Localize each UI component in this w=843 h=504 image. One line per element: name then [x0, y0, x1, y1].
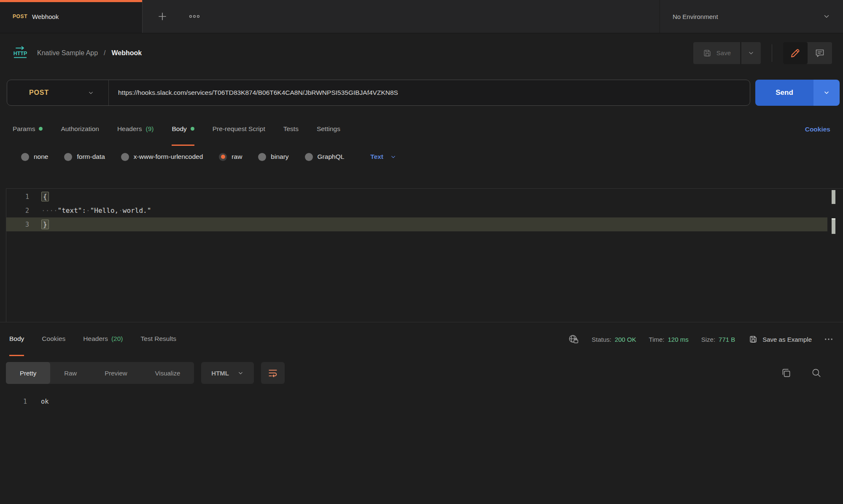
save-as-example-label: Save as Example — [762, 336, 812, 343]
environment-selector[interactable]: No Environment — [660, 0, 843, 33]
view-visualize[interactable]: Visualize — [141, 362, 194, 384]
tab-pre-request-label: Pre-request Script — [213, 125, 265, 133]
radio-none[interactable] — [21, 153, 29, 161]
tab-tests-label: Tests — [283, 125, 299, 133]
line-number: 1 — [6, 193, 29, 201]
breadcrumb-collection[interactable]: Knative Sample App — [37, 49, 98, 57]
tab-authorization[interactable]: Authorization — [61, 113, 99, 146]
body-indicator-dot — [191, 127, 194, 131]
time-group: Time: 120 ms — [649, 336, 689, 343]
cookies-link[interactable]: Cookies — [805, 113, 830, 146]
response-body[interactable]: 1 ok — [0, 390, 843, 504]
response-headers-count: (20) — [111, 335, 123, 343]
radio-graphql[interactable] — [305, 153, 313, 161]
response-tab-body-label: Body — [9, 335, 24, 343]
save-as-example-button[interactable]: Save as Example — [749, 335, 812, 344]
size-label: Size: — [701, 336, 715, 343]
response-tab-cookies-label: Cookies — [42, 335, 65, 343]
response-tools — [781, 367, 822, 378]
line-number: 2 — [6, 207, 29, 214]
save-button[interactable]: Save — [693, 42, 740, 64]
save-icon — [703, 48, 712, 58]
raw-language-selector[interactable]: Text — [370, 153, 396, 161]
send-options-button[interactable] — [813, 80, 840, 106]
time-label: Time: — [649, 336, 665, 343]
tab-pre-request-script[interactable]: Pre-request Script — [213, 113, 265, 146]
editor-line: 1 { — [6, 190, 827, 204]
comments-button[interactable] — [808, 42, 832, 64]
mode-none-label: none — [34, 153, 48, 161]
send-button-group: Send — [755, 80, 840, 106]
response-line: 1 ok — [0, 395, 843, 408]
editor-scrollbar[interactable] — [832, 189, 835, 322]
tab-settings-label: Settings — [317, 125, 340, 133]
copy-icon — [781, 367, 792, 378]
response-format-value: HTML — [211, 370, 229, 377]
radio-urlencoded[interactable] — [121, 153, 129, 161]
postman-app: POST Webhook No Environment H — [0, 0, 843, 504]
globe-lock-icon[interactable] — [568, 334, 579, 345]
edit-request-button[interactable] — [783, 42, 808, 64]
status-group: Status: 200 OK — [592, 336, 636, 343]
radio-raw-selected[interactable] — [219, 153, 227, 161]
tab-method-badge: POST — [13, 13, 27, 19]
response-format-selector[interactable]: HTML — [201, 362, 254, 384]
chevron-down-icon — [823, 89, 830, 96]
tab-tests[interactable]: Tests — [283, 113, 299, 146]
scrollbar-mark — [832, 190, 835, 204]
status-label: Status: — [592, 336, 611, 343]
open-request-tab[interactable]: POST Webhook — [0, 0, 143, 33]
new-tab-button[interactable] — [157, 11, 168, 22]
view-preview[interactable]: Preview — [91, 362, 141, 384]
raw-language-value: Text — [370, 153, 383, 161]
chevron-down-icon — [390, 154, 396, 160]
tab-options-button[interactable] — [189, 14, 200, 19]
wrap-line-button[interactable] — [261, 362, 285, 384]
mode-form-data[interactable]: form-data — [64, 153, 105, 161]
breadcrumb-request-name[interactable]: Webhook — [112, 49, 142, 57]
mode-raw[interactable]: raw — [219, 153, 242, 161]
line-number: 1 — [0, 398, 27, 405]
tab-body[interactable]: Body — [172, 113, 194, 146]
search-response-button[interactable] — [811, 367, 822, 378]
mode-urlencoded[interactable]: x-www-form-urlencoded — [121, 153, 203, 161]
more-options-icon — [824, 338, 834, 341]
radio-binary[interactable] — [258, 153, 266, 161]
mode-none[interactable]: none — [21, 153, 48, 161]
matched-bracket: { — [41, 192, 49, 201]
size-value: 771 B — [719, 336, 735, 343]
tab-headers[interactable]: Headers (9) — [117, 113, 154, 146]
mode-binary[interactable]: binary — [258, 153, 288, 161]
response-header: Body Cookies Headers (20) Test Results S… — [0, 322, 843, 356]
headers-count-badge: (9) — [145, 125, 154, 133]
response-options-button[interactable] — [824, 338, 834, 341]
params-indicator-dot — [39, 127, 43, 131]
save-options-button[interactable] — [741, 42, 761, 64]
response-tab-headers[interactable]: Headers (20) — [83, 322, 123, 356]
response-tab-body[interactable]: Body — [9, 322, 24, 356]
tab-settings[interactable]: Settings — [317, 113, 340, 146]
response-tab-cookies[interactable]: Cookies — [42, 322, 65, 356]
tab-params[interactable]: Params — [13, 113, 43, 146]
save-button-group: Save — [693, 42, 761, 64]
mode-graphql[interactable]: GraphQL — [305, 153, 345, 161]
view-raw[interactable]: Raw — [50, 362, 91, 384]
request-body-editor[interactable]: 1 { 2 ····"text":·"Hello,·world." 3 } — [6, 188, 843, 322]
http-protocol-icon: HTTP — [11, 46, 30, 60]
wrap-text-icon — [267, 367, 278, 378]
mode-urlencoded-label: x-www-form-urlencoded — [134, 153, 203, 161]
response-tab-test-results[interactable]: Test Results — [141, 322, 176, 356]
search-icon — [811, 367, 822, 378]
line-number: 3 — [6, 221, 29, 228]
response-view-toolbar: Pretty Raw Preview Visualize HTML — [0, 356, 843, 390]
url-input[interactable] — [109, 80, 750, 105]
copy-response-button[interactable] — [781, 367, 792, 378]
radio-form-data[interactable] — [64, 153, 72, 161]
tab-body-label: Body — [172, 125, 186, 133]
comment-icon — [815, 48, 825, 58]
send-button[interactable]: Send — [755, 80, 813, 106]
response-meta: Status: 200 OK Time: 120 ms Size: 771 B … — [568, 322, 834, 356]
view-pretty[interactable]: Pretty — [6, 362, 50, 384]
method-selector[interactable]: POST — [7, 80, 108, 105]
tab-params-label: Params — [13, 125, 35, 133]
